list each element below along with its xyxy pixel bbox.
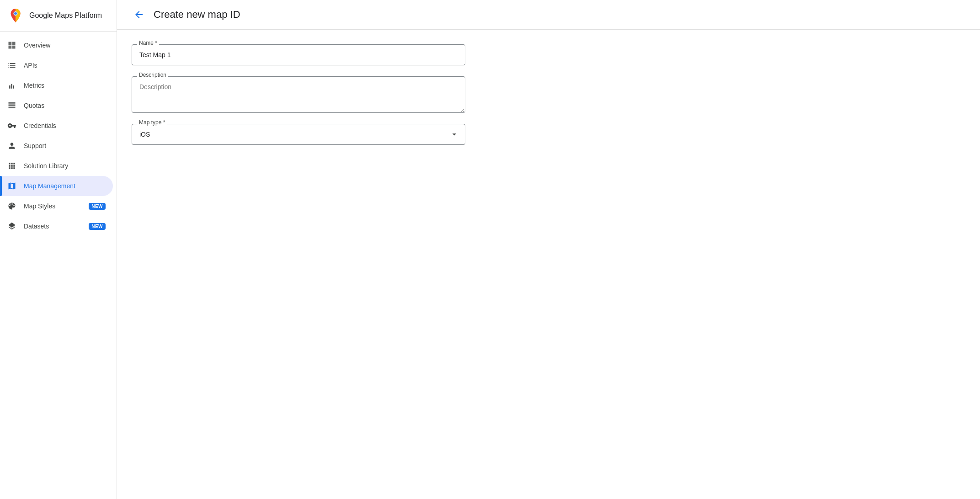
grid-icon xyxy=(7,41,16,50)
sidebar-item-label-overview: Overview xyxy=(24,42,106,49)
map-type-field: Map type * JavaScript Android iOS xyxy=(132,124,514,145)
key-icon xyxy=(7,121,16,130)
list-icon xyxy=(7,61,16,70)
bar-chart-icon xyxy=(7,81,16,90)
sidebar-item-credentials[interactable]: Credentials xyxy=(0,116,113,136)
name-field: Name * xyxy=(132,44,514,65)
description-field: Description xyxy=(132,76,514,113)
sidebar-item-map-management[interactable]: Map Management xyxy=(0,176,113,196)
map-styles-badge: NEW xyxy=(89,203,106,210)
map-type-label: Map type * xyxy=(137,119,167,126)
description-label: Description xyxy=(137,72,168,78)
app-title: Google Maps Platform xyxy=(29,11,102,20)
main-content: Create new map ID Name * Description Map… xyxy=(117,0,980,499)
sidebar-item-label-quotas: Quotas xyxy=(24,102,106,109)
sidebar-item-label-map-management: Map Management xyxy=(24,182,106,190)
person-icon xyxy=(7,141,16,150)
app-logo xyxy=(7,7,24,24)
sidebar-nav: Overview APIs Metrics Quotas xyxy=(0,32,117,240)
sidebar-item-solution-library[interactable]: Solution Library xyxy=(0,156,113,176)
sidebar-item-overview[interactable]: Overview xyxy=(0,35,113,55)
page-header: Create new map ID xyxy=(117,0,980,30)
sidebar-item-label-support: Support xyxy=(24,142,106,149)
sidebar-item-support[interactable]: Support xyxy=(0,136,113,156)
back-button[interactable] xyxy=(132,7,146,22)
palette-icon xyxy=(7,202,16,211)
sidebar-item-label-credentials: Credentials xyxy=(24,122,106,129)
map-icon xyxy=(7,181,16,191)
form-area: Name * Description Map type * JavaScript… xyxy=(117,30,528,159)
sidebar-item-quotas[interactable]: Quotas xyxy=(0,96,113,116)
name-input[interactable] xyxy=(132,44,465,65)
sidebar-item-label-solution-library: Solution Library xyxy=(24,162,106,170)
table-icon xyxy=(7,101,16,110)
sidebar-item-datasets[interactable]: Datasets NEW xyxy=(0,216,113,236)
page-title: Create new map ID xyxy=(154,9,240,21)
map-type-select-wrapper: JavaScript Android iOS xyxy=(132,124,465,145)
sidebar-item-apis[interactable]: APIs xyxy=(0,55,113,75)
sidebar-item-label-datasets: Datasets xyxy=(24,223,81,230)
map-type-select[interactable]: JavaScript Android iOS xyxy=(132,124,465,145)
description-input[interactable] xyxy=(132,76,465,113)
sidebar-item-metrics[interactable]: Metrics xyxy=(0,75,113,96)
sidebar-item-label-apis: APIs xyxy=(24,62,106,69)
svg-point-1 xyxy=(14,12,17,15)
name-label: Name * xyxy=(137,40,159,46)
sidebar: Google Maps Platform Overview APIs Metri… xyxy=(0,0,117,499)
datasets-badge: NEW xyxy=(89,223,106,230)
sidebar-header: Google Maps Platform xyxy=(0,0,117,32)
apps-icon xyxy=(7,161,16,170)
sidebar-item-map-styles[interactable]: Map Styles NEW xyxy=(0,196,113,216)
layers-icon xyxy=(7,222,16,231)
sidebar-item-label-map-styles: Map Styles xyxy=(24,202,81,210)
sidebar-item-label-metrics: Metrics xyxy=(24,82,106,89)
